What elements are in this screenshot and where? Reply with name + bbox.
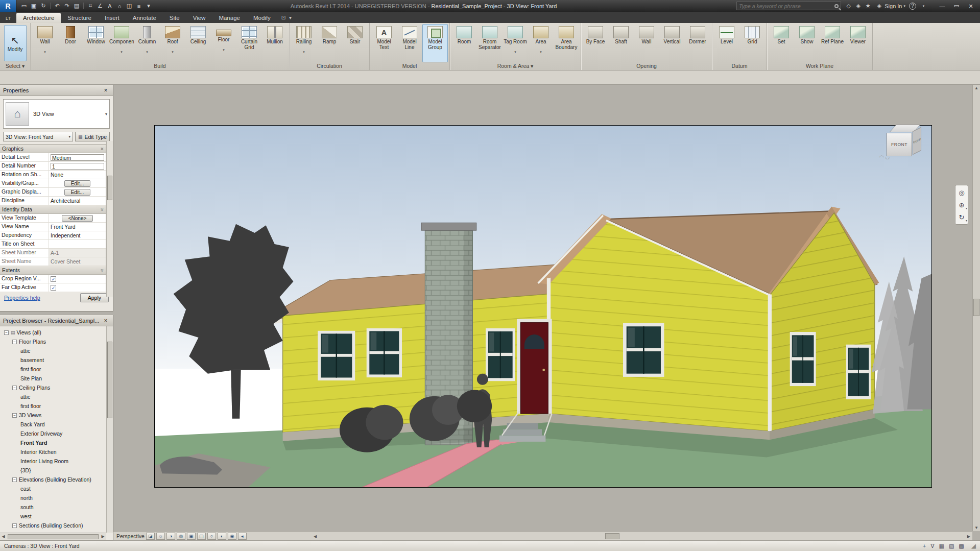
filter-icon[interactable]: ∇ — [930, 543, 934, 549]
tree-expander[interactable]: − — [12, 386, 17, 390]
save-icon[interactable]: ▣ — [29, 2, 38, 11]
customize-quick-access-icon[interactable]: ▾ — [144, 2, 153, 11]
ribbon-button-room-separator[interactable]: Room Separator — [477, 24, 503, 62]
button-view-template[interactable]: <None> — [62, 215, 93, 222]
show-crop-icon[interactable]: ▢ — [197, 533, 206, 540]
ribbon-button-room[interactable]: Room — [451, 24, 477, 62]
browser-vscrollbar[interactable] — [106, 326, 113, 533]
ribbon-button-ceiling[interactable]: Ceiling — [185, 24, 211, 62]
canvas-vscroll-thumb[interactable] — [973, 299, 979, 316]
ribbon-button-model-line[interactable]: Model Line — [397, 24, 422, 62]
modify-button[interactable]: ↖ Modify — [4, 25, 27, 61]
undo-icon[interactable]: ↶ — [53, 2, 62, 11]
redo-icon[interactable]: ↷ — [62, 2, 71, 11]
ribbon-button-wall[interactable]: Wall▾ — [32, 24, 58, 62]
ribbon-button-viewer[interactable]: Viewer — [845, 24, 871, 62]
tree-item-ceiling-plans[interactable]: −Ceiling Plans — [0, 383, 113, 392]
sign-in-button[interactable]: ◈ Sign In ▾ — [875, 3, 905, 9]
tree-expander[interactable]: − — [12, 523, 17, 528]
tree-item-floor-plans[interactable]: −Floor Plans — [0, 337, 113, 346]
tab-structure[interactable]: Structure — [61, 13, 98, 23]
tree-item-first-floor[interactable]: first floor — [0, 365, 113, 374]
ribbon-button-roof[interactable]: Roof▾ — [160, 24, 185, 62]
project-browser-close-icon[interactable]: × — [102, 317, 110, 324]
thin-lines-icon[interactable]: ≡ — [134, 2, 144, 11]
drawing-viewport[interactable] — [154, 125, 932, 488]
scroll-right-arrow-canvas[interactable]: ▶ — [967, 534, 970, 539]
ribbon-button-model-group[interactable]: Model Group — [422, 24, 448, 62]
tab-annotate[interactable]: Annotate — [126, 13, 163, 23]
text-icon[interactable]: A — [105, 2, 114, 11]
tab-manage[interactable]: Manage — [212, 13, 247, 23]
help-menu-arrow[interactable]: ▾ — [920, 4, 927, 8]
ribbon-button-wall[interactable]: Wall — [634, 24, 659, 62]
select-pinned-icon[interactable]: ▩ — [959, 543, 964, 549]
tree-expander[interactable]: − — [12, 477, 17, 482]
ribbon-button-model-text[interactable]: Model Text — [371, 24, 397, 62]
viewcube-right-face[interactable]: RIGHT — [913, 127, 921, 155]
scroll-up-arrow[interactable]: ▲ — [973, 86, 980, 90]
select-links-icon[interactable]: ▦ — [939, 543, 944, 549]
ribbon-button-ref-plane[interactable]: Ref Plane — [820, 24, 845, 62]
tree-expander[interactable]: − — [12, 413, 17, 418]
ribbon-display-toggle[interactable]: ⊡ ▾ — [277, 15, 297, 23]
drawing-area[interactable]: RIGHT FRONT ◠ ◡ ◎⊕▾↻▾ ▲ ▼ Perspective ◪☼… — [113, 85, 980, 540]
measure-icon[interactable]: ⌗ — [86, 2, 95, 11]
tree-item-elevations-building-elevation[interactable]: −Elevations (Building Elevation) — [0, 475, 113, 484]
tree-expander[interactable]: − — [12, 340, 17, 344]
tab-insert[interactable]: Insert — [98, 13, 126, 23]
tree-item-first-floor[interactable]: first floor — [0, 401, 113, 411]
tab-architecture[interactable]: Architecture — [16, 13, 61, 23]
checkbox-far-clip-active[interactable]: ✓ — [51, 285, 56, 291]
ribbon-button-railing[interactable]: Railing▾ — [291, 24, 317, 62]
help-button[interactable]: ? — [909, 3, 916, 10]
edit-type-button[interactable]: ▦ Edit Type — [75, 132, 110, 141]
print-icon[interactable]: ▤ — [72, 2, 81, 11]
window-4[interactable] — [623, 323, 664, 377]
properties-scroll-thumb[interactable] — [107, 176, 112, 200]
window-3[interactable] — [486, 328, 515, 381]
window-6[interactable] — [846, 344, 871, 399]
maximize-button[interactable]: ▭ — [949, 1, 964, 11]
viewcube-compass[interactable]: ◠ ◡ — [879, 154, 890, 160]
full-navigation-wheel-icon[interactable]: ◎ — [956, 186, 967, 199]
section-icon[interactable]: ◫ — [125, 2, 134, 11]
select-panel-label[interactable]: Select ▾ — [0, 62, 30, 70]
property-group-extents[interactable]: Extents« — [0, 266, 106, 275]
ribbon-button-stair[interactable]: Stair — [342, 24, 368, 62]
type-selector[interactable]: ⌂ 3D View ▾ — [3, 99, 110, 129]
dimension-icon[interactable]: ∠ — [95, 2, 105, 11]
scroll-right-arrow[interactable]: ▶ — [100, 534, 106, 539]
ribbon-button-set[interactable]: Set — [769, 24, 794, 62]
panel-label-circulation[interactable]: Circulation — [290, 62, 369, 70]
window-5[interactable] — [790, 332, 816, 386]
scroll-left-arrow-canvas[interactable]: ◀ — [314, 534, 317, 539]
canvas-vscrollbar[interactable]: ▲ ▼ — [972, 85, 980, 531]
tree-item-basement[interactable]: basement — [0, 355, 113, 365]
apply-button[interactable]: Apply — [80, 293, 109, 302]
tree-item-sections-building-section[interactable]: −Sections (Building Section) — [0, 521, 113, 530]
tree-item-east[interactable]: east — [0, 484, 113, 493]
ribbon-button-area-boundary[interactable]: Area Boundary — [554, 24, 579, 62]
collapse-bar-icon[interactable]: ◂ — [238, 533, 247, 540]
press-drag-icon[interactable]: + — [923, 543, 926, 549]
panel-label-model[interactable]: Model — [370, 62, 449, 70]
crop-view-icon[interactable]: ▣ — [187, 533, 196, 540]
ribbon-button-vertical[interactable]: Vertical — [659, 24, 685, 62]
view-instance-combo[interactable]: 3D View: Front Yard▾ — [3, 132, 73, 141]
ribbon-button-by-face[interactable]: By Face — [583, 24, 608, 62]
perspective-label[interactable]: Perspective — [116, 533, 145, 539]
ribbon-button-area[interactable]: Area▾ — [528, 24, 554, 62]
browser-vscroll-thumb[interactable] — [107, 342, 112, 418]
visual-style-icon[interactable]: ◪ — [146, 533, 155, 540]
panel-label-opening[interactable]: Opening — [581, 62, 712, 70]
tree-item-exterior-driveway[interactable]: Exterior Driveway — [0, 429, 113, 438]
tree-item-3d-views[interactable]: −3D Views — [0, 411, 113, 420]
ribbon-button-dormer[interactable]: Dormer — [685, 24, 710, 62]
ribbon-button-window[interactable]: Window — [83, 24, 109, 62]
minimize-button[interactable]: — — [935, 1, 949, 11]
properties-close-icon[interactable]: × — [102, 87, 110, 94]
property-group-graphics[interactable]: Graphics« — [0, 145, 106, 153]
viewcube[interactable]: RIGHT FRONT ◠ ◡ — [878, 118, 935, 167]
canvas-hscroll-thumb[interactable] — [605, 533, 619, 539]
